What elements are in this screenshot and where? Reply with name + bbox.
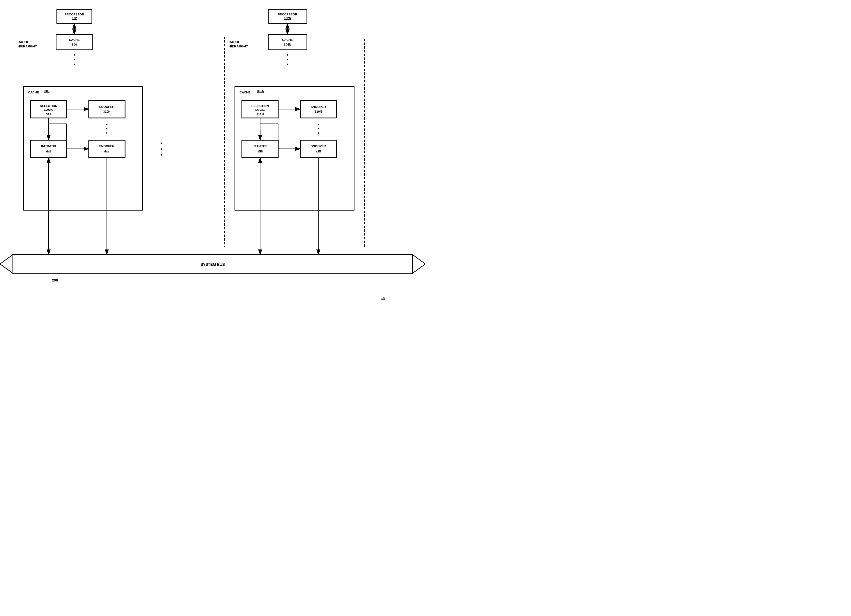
- svg-rect-76: [300, 140, 337, 158]
- svg-rect-48: [224, 37, 365, 247]
- svg-text:PROCESSOR: PROCESSOR: [65, 13, 84, 16]
- svg-text:•: •: [287, 57, 288, 62]
- svg-text:SNOOPER: SNOOPER: [99, 105, 114, 109]
- svg-text:•: •: [287, 61, 288, 67]
- svg-marker-90: [0, 255, 13, 273]
- svg-rect-66: [300, 100, 337, 118]
- diagram-svg: PROCESSOR 302 CACHE 304 • • • CACHE 306 …: [0, 0, 426, 308]
- svg-text:•: •: [160, 152, 162, 158]
- svg-text:310N: 310N: [103, 110, 110, 113]
- svg-text:CACHE: CACHE: [18, 40, 29, 44]
- svg-text:20: 20: [382, 296, 385, 300]
- svg-rect-8: [56, 34, 92, 50]
- svg-text:INITIATOR: INITIATOR: [253, 144, 268, 148]
- svg-text:CACHE: CACHE: [239, 91, 251, 94]
- svg-rect-53: [268, 34, 307, 50]
- svg-text:CACHE: CACHE: [28, 91, 39, 94]
- svg-marker-91: [412, 255, 426, 273]
- svg-text:310: 310: [316, 149, 321, 153]
- svg-rect-22: [89, 100, 125, 118]
- svg-text:310: 310: [104, 149, 110, 153]
- svg-text:•: •: [74, 57, 75, 62]
- svg-text:302: 302: [72, 16, 77, 20]
- svg-rect-89: [13, 255, 412, 273]
- svg-text:•: •: [160, 140, 162, 146]
- svg-text:•: •: [317, 126, 319, 131]
- svg-text:SELECTION: SELECTION: [40, 104, 57, 108]
- svg-text:LOGIC: LOGIC: [255, 108, 265, 111]
- svg-text:304N: 304N: [284, 43, 291, 46]
- svg-rect-59: [235, 87, 354, 210]
- svg-text:INITIATOR: INITIATOR: [41, 144, 56, 148]
- svg-text:•: •: [74, 52, 75, 57]
- svg-text:304: 304: [72, 43, 77, 46]
- svg-rect-29: [30, 140, 67, 158]
- svg-text:•: •: [106, 126, 108, 131]
- svg-text:312: 312: [46, 112, 51, 116]
- diagram-container: PROCESSOR 302 CACHE 304 • • • CACHE 306 …: [0, 0, 426, 308]
- svg-text:SYSTEM BUS: SYSTEM BUS: [200, 262, 225, 267]
- svg-text:HIERARCHY: HIERARCHY: [229, 44, 248, 48]
- svg-text:•: •: [317, 122, 319, 127]
- svg-text:CACHE: CACHE: [282, 38, 293, 42]
- svg-rect-4: [57, 9, 92, 23]
- svg-text:SNOOPER: SNOOPER: [311, 144, 326, 148]
- svg-text:SNOOPER: SNOOPER: [99, 144, 114, 148]
- svg-text:308: 308: [46, 149, 51, 153]
- svg-rect-15: [23, 87, 143, 210]
- svg-text:312N: 312N: [256, 112, 264, 116]
- svg-text:208: 208: [52, 278, 58, 282]
- svg-text:PROCESSOR: PROCESSOR: [278, 13, 297, 16]
- svg-text:HIERARCHY: HIERARCHY: [18, 44, 37, 48]
- svg-text:LOGIC: LOGIC: [44, 108, 54, 111]
- svg-text:•: •: [74, 61, 75, 67]
- svg-text:SELECTION: SELECTION: [251, 104, 269, 108]
- svg-text:•: •: [106, 122, 108, 127]
- svg-text:308: 308: [257, 149, 263, 153]
- svg-text:CACHE: CACHE: [69, 38, 80, 42]
- svg-text:302N: 302N: [284, 16, 291, 20]
- svg-rect-73: [242, 140, 278, 158]
- svg-text:•: •: [106, 130, 108, 135]
- svg-text:•: •: [160, 146, 162, 152]
- svg-text:306N: 306N: [257, 89, 265, 93]
- svg-rect-49: [268, 9, 307, 23]
- svg-rect-32: [89, 140, 125, 158]
- svg-rect-18: [30, 100, 67, 118]
- svg-rect-14: [13, 37, 153, 247]
- svg-text:•: •: [317, 130, 319, 135]
- svg-text:306: 306: [44, 89, 50, 93]
- svg-text:310N: 310N: [314, 110, 322, 113]
- svg-rect-62: [242, 100, 278, 118]
- svg-text:•: •: [287, 52, 288, 57]
- svg-text:CACHE: CACHE: [229, 40, 240, 44]
- svg-text:SNOOPER: SNOOPER: [311, 105, 326, 109]
